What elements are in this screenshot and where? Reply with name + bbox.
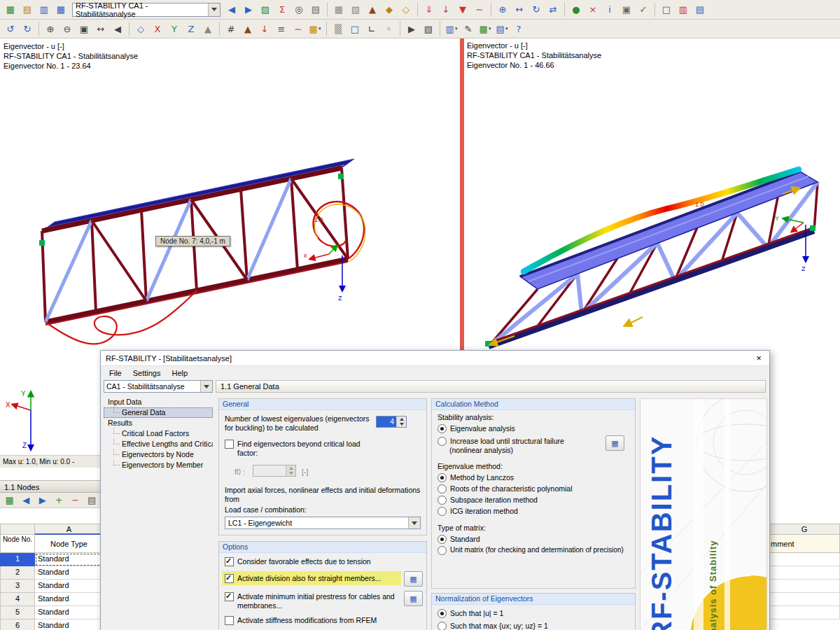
row-number-cell[interactable]: 6 bbox=[0, 620, 35, 630]
select-mode-icon[interactable]: ▶ bbox=[404, 21, 419, 36]
column-header-node-type[interactable]: Node Type bbox=[35, 535, 104, 553]
copy-table-icon[interactable]: ▤ bbox=[20, 2, 35, 18]
result-diagrams-icon[interactable]: ~ bbox=[290, 21, 306, 36]
table-row[interactable]: 2 Standard bbox=[0, 566, 104, 580]
load-case-combo[interactable]: RF-STABILITY CA1 - Stabilitätsanalyse bbox=[72, 3, 220, 17]
prestress-checkbox[interactable] bbox=[225, 592, 234, 601]
left-viewport-canvas[interactable]: 1.0 x Z bbox=[0, 38, 460, 350]
load-case-icon[interactable]: ⇓ bbox=[421, 2, 437, 18]
node-type-cell[interactable]: Standard bbox=[35, 620, 104, 630]
new-window-icon[interactable]: □ bbox=[659, 2, 674, 18]
tree-eigenvectors-by-node[interactable]: Eigenvectors by Node bbox=[104, 449, 213, 460]
menu-help[interactable]: Help bbox=[166, 368, 193, 379]
eigenvalue-count-spinner[interactable]: 4 bbox=[376, 416, 407, 428]
tension-effects-checkbox[interactable] bbox=[225, 557, 234, 566]
member-hinge-icon[interactable]: ◆ bbox=[382, 2, 397, 18]
standard-matrix-radio[interactable] bbox=[438, 535, 447, 544]
insert-row-icon[interactable]: + bbox=[52, 493, 67, 508]
zoom-out-icon[interactable]: ⊖ bbox=[59, 21, 75, 36]
tree-results[interactable]: Results bbox=[104, 418, 213, 428]
menu-file[interactable]: File bbox=[104, 368, 127, 379]
imperfection-icon[interactable]: ~ bbox=[472, 2, 487, 18]
surface-load-icon[interactable]: ▼ bbox=[455, 2, 470, 18]
row-number-cell[interactable]: 4 bbox=[0, 593, 35, 606]
delete-object-icon[interactable]: × bbox=[585, 2, 601, 18]
next-table-icon[interactable]: ▶ bbox=[35, 493, 50, 508]
tree-critical-load-factors[interactable]: Critical Load Factors bbox=[104, 428, 213, 439]
control-panel-icon[interactable]: ▥▾ bbox=[444, 21, 459, 36]
prestress-settings-icon[interactable]: ▦ bbox=[404, 591, 423, 606]
table-row[interactable]: 6 Standard bbox=[0, 620, 104, 630]
load-case-combo[interactable]: LC1 - Eigengewicht bbox=[225, 517, 421, 529]
node-type-cell[interactable]: Standard bbox=[35, 580, 104, 593]
node-support-icon[interactable]: ▲ bbox=[365, 2, 380, 18]
table-row[interactable]: 3 Standard bbox=[0, 580, 104, 593]
unit-matrix-row[interactable]: Unit matrix (for checking and determinat… bbox=[438, 546, 631, 555]
copy-object-icon[interactable]: ⊕ bbox=[495, 2, 510, 18]
prestress-row[interactable]: Activate minimum initial prestress for c… bbox=[225, 592, 396, 610]
column-header-node-no[interactable]: Node No. bbox=[0, 535, 35, 553]
node-type-cell[interactable]: Standard bbox=[35, 606, 104, 620]
row-number-cell[interactable]: 5 bbox=[0, 606, 35, 620]
node-type-cell[interactable]: Standard bbox=[35, 593, 104, 606]
mirror-object-icon[interactable]: ⇄ bbox=[545, 2, 561, 18]
result-values-icon[interactable]: Σ bbox=[274, 2, 290, 18]
next-load-case-icon[interactable]: ▶ bbox=[241, 2, 256, 18]
spinner-buttons[interactable] bbox=[396, 416, 406, 427]
nodes-panel-title[interactable]: 1.1 Nodes bbox=[0, 480, 100, 493]
show-loads-icon[interactable]: ↓ bbox=[257, 21, 272, 36]
right-viewport-canvas[interactable]: 1.0 Y Z bbox=[464, 38, 840, 350]
table-row[interactable]: 5 Standard bbox=[0, 606, 104, 620]
table-row[interactable]: 1 Standard bbox=[0, 553, 104, 566]
case-selector-combo[interactable]: CA1 - Stabilitätsanalyse bbox=[104, 380, 213, 393]
subspace-row[interactable]: Subspace iteration method bbox=[438, 496, 538, 505]
tree-effective-lengths[interactable]: Effective Lengths and Critical L bbox=[104, 439, 213, 449]
table-corner-cell[interactable] bbox=[0, 524, 35, 535]
combo-dropdown-icon[interactable] bbox=[408, 517, 420, 528]
ortho-mode-icon[interactable]: ∟ bbox=[364, 21, 379, 36]
goto-table-icon[interactable]: ▦ bbox=[2, 493, 18, 508]
perspective-view-icon[interactable]: ▲ bbox=[200, 21, 216, 36]
mesh-settings-icon[interactable]: ▧ bbox=[348, 2, 363, 18]
member-release-icon[interactable]: ◇ bbox=[398, 2, 414, 18]
layers-icon[interactable]: ▤▾ bbox=[494, 21, 510, 36]
stiffness-checkbox[interactable] bbox=[225, 616, 234, 625]
show-results-icon[interactable]: ▨ bbox=[258, 2, 273, 18]
eigenvalue-analysis-radio[interactable] bbox=[438, 424, 447, 433]
table-row[interactable] bbox=[769, 580, 840, 593]
spin-up-icon[interactable] bbox=[397, 416, 406, 422]
isometric-view-icon[interactable]: ◇ bbox=[133, 21, 148, 36]
help-icon[interactable]: ? bbox=[511, 21, 526, 36]
norm-u1-row[interactable]: Such that |u| = 1 bbox=[438, 609, 503, 618]
column-header-comment[interactable]: mment bbox=[769, 535, 840, 553]
display-properties-icon[interactable]: ✎ bbox=[461, 21, 476, 36]
eigenvalue-count-value[interactable]: 4 bbox=[377, 416, 396, 427]
combo-dropdown-icon[interactable] bbox=[200, 381, 212, 392]
stiffness-row[interactable]: Activate stiffness modifications from RF… bbox=[225, 616, 414, 625]
unit-matrix-radio[interactable] bbox=[438, 546, 447, 555]
norm-max-row[interactable]: Such that max {ux; uy; uz} = 1 bbox=[438, 622, 548, 630]
table-row[interactable] bbox=[769, 553, 840, 566]
visibility-icon[interactable]: ● bbox=[568, 2, 584, 18]
show-values-icon[interactable]: ≡ bbox=[274, 21, 289, 36]
zoom-window-icon[interactable]: ▣ bbox=[76, 21, 92, 36]
norm-max-radio[interactable] bbox=[438, 622, 447, 630]
column-letter-a[interactable]: A bbox=[35, 524, 104, 535]
view-x-icon[interactable]: X bbox=[150, 21, 165, 36]
table-list-icon[interactable]: ▥ bbox=[36, 2, 52, 18]
select-special-icon[interactable]: ▧ bbox=[421, 21, 436, 36]
tree-general-data[interactable]: General Data bbox=[104, 407, 213, 418]
view-z-icon[interactable]: Z bbox=[183, 21, 199, 36]
tree-input-data[interactable]: Input Data bbox=[104, 397, 213, 407]
member-load-icon[interactable]: ↓ bbox=[438, 2, 454, 18]
division-members-row[interactable]: Activate division also for straight memb… bbox=[225, 574, 398, 583]
dropdown-caret-icon[interactable]: ▾ bbox=[455, 26, 458, 31]
info-icon[interactable]: i bbox=[602, 2, 617, 18]
table-row[interactable] bbox=[769, 593, 840, 606]
table-row[interactable]: 4 Standard bbox=[0, 593, 104, 606]
rotate-object-icon[interactable]: ↻ bbox=[528, 2, 544, 18]
standard-matrix-row[interactable]: Standard bbox=[438, 535, 480, 544]
view-y-icon[interactable]: Y bbox=[167, 21, 182, 36]
row-number-cell[interactable]: 2 bbox=[0, 566, 35, 580]
delete-row-icon[interactable]: − bbox=[68, 493, 83, 508]
